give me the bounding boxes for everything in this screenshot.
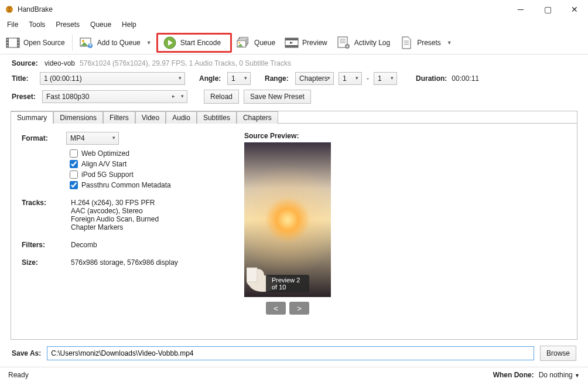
tab-chapters[interactable]: Chapters xyxy=(237,111,278,124)
passthru-metadata-checkbox[interactable]: Passthru Common Metadata xyxy=(70,181,209,189)
title-row: Title: 1 (00:00:11) Angle: 1 Range: Chap… xyxy=(0,70,588,87)
angle-label: Angle: xyxy=(199,74,223,83)
save-as-label: Save As: xyxy=(12,349,41,357)
title-bar: HandBrake ─ ▢ ✕ xyxy=(0,0,588,18)
chevron-down-icon: ▼ xyxy=(575,373,580,378)
window-controls: ─ ▢ ✕ xyxy=(507,0,588,18)
save-new-preset-button[interactable]: Save New Preset xyxy=(244,90,311,104)
save-as-path-input[interactable] xyxy=(47,346,534,360)
tracks-label: Tracks: xyxy=(22,199,71,231)
svg-point-27 xyxy=(346,45,348,47)
size-label: Size: xyxy=(22,258,71,267)
preset-label: Preset: xyxy=(12,93,37,101)
tabs-panel: Summary Dimensions Filters Video Audio S… xyxy=(11,111,577,340)
open-source-button[interactable]: Open Source xyxy=(1,33,70,53)
minimize-button[interactable]: ─ xyxy=(507,0,534,18)
reload-button[interactable]: Reload xyxy=(204,90,239,104)
window-title: HandBrake xyxy=(18,5,507,13)
queue-button[interactable]: Queue xyxy=(232,33,280,53)
film-preview-icon xyxy=(285,36,299,50)
summary-tab-body: Format: MP4 Web Optimized Align A/V Star… xyxy=(11,123,577,339)
tracks-info: Tracks: H.264 (x264), 30 FPS PFR AAC (av… xyxy=(22,199,209,231)
svg-rect-33 xyxy=(247,268,257,282)
maximize-button[interactable]: ▢ xyxy=(534,0,561,18)
svg-point-6 xyxy=(7,45,8,46)
format-select[interactable]: MP4 xyxy=(66,132,119,145)
menu-tools[interactable]: Tools xyxy=(24,19,50,30)
activity-log-label: Activity Log xyxy=(354,39,390,47)
svg-point-5 xyxy=(7,42,8,43)
range-label: Range: xyxy=(265,74,290,83)
document-icon xyxy=(399,36,413,50)
status-bar: Ready When Done: Do nothing ▼ xyxy=(0,367,588,382)
toolbar-separator xyxy=(72,35,73,51)
track-line: AAC (avcodec), Stereo xyxy=(71,207,159,215)
browse-button[interactable]: Browse xyxy=(540,346,576,361)
format-label: Format: xyxy=(22,134,66,142)
activity-log-button[interactable]: Activity Log xyxy=(332,33,395,53)
menu-queue[interactable]: Queue xyxy=(86,19,116,30)
range-to-select[interactable]: 1 xyxy=(374,72,397,85)
menu-presets[interactable]: Presets xyxy=(51,19,84,30)
tab-audio[interactable]: Audio xyxy=(166,111,197,124)
svg-point-9 xyxy=(18,45,19,46)
menu-bar: File Tools Presets Queue Help xyxy=(0,18,588,31)
preview-caption: Preview 2 of 10 xyxy=(266,275,309,292)
source-line: Source: video-vob 576x1024 (576x1024), 2… xyxy=(0,54,588,70)
align-av-checkbox[interactable]: Align A/V Start xyxy=(70,160,209,168)
preview-prev-button[interactable]: < xyxy=(266,302,286,315)
chevron-down-icon: ▼ xyxy=(447,40,452,46)
source-label: Source: xyxy=(12,59,40,67)
svg-point-0 xyxy=(6,6,13,13)
menu-file[interactable]: File xyxy=(2,19,23,30)
web-optimized-checkbox[interactable]: Web Optimized xyxy=(70,149,209,158)
add-to-queue-button[interactable]: + Add to Queue ▼ xyxy=(75,33,156,53)
ipod-5g-checkbox[interactable]: iPod 5G Support xyxy=(70,170,209,179)
angle-select[interactable]: 1 xyxy=(227,72,251,85)
svg-text:+: + xyxy=(88,41,92,49)
filters-info: Filters: Decomb xyxy=(22,241,209,249)
tab-subtitles[interactable]: Subtitles xyxy=(197,111,237,124)
tabs-bar: Summary Dimensions Filters Video Audio S… xyxy=(11,111,577,124)
close-button[interactable]: ✕ xyxy=(561,0,588,18)
presets-label: Presets xyxy=(417,39,441,47)
tab-summary[interactable]: Summary xyxy=(11,111,53,124)
svg-rect-20 xyxy=(285,38,298,40)
tab-dimensions[interactable]: Dimensions xyxy=(53,111,103,124)
svg-point-11 xyxy=(82,40,84,42)
preview-button[interactable]: Preview xyxy=(280,33,332,53)
source-details: 576x1024 (576x1024), 29.97 FPS, 1 Audio … xyxy=(80,59,291,67)
start-encode-button[interactable]: Start Encode xyxy=(156,33,232,53)
tab-filters[interactable]: Filters xyxy=(103,111,135,124)
range-from-select[interactable]: 1 xyxy=(339,72,362,85)
preset-select[interactable]: Fast 1080p30▸ xyxy=(42,90,187,103)
presets-button[interactable]: Presets ▼ xyxy=(395,33,457,53)
play-icon xyxy=(163,36,177,50)
add-to-queue-label: Add to Queue xyxy=(97,39,141,47)
size-info: Size: 576x986 storage, 576x986 display xyxy=(22,258,209,267)
preview-label: Preview xyxy=(302,39,327,47)
image-add-icon: + xyxy=(80,36,94,50)
preview-next-button[interactable]: > xyxy=(289,302,309,315)
filters-value: Decomb xyxy=(71,241,97,249)
tab-video[interactable]: Video xyxy=(135,111,166,124)
source-preview-title: Source Preview: xyxy=(244,132,331,140)
svg-rect-21 xyxy=(285,45,298,47)
menu-help[interactable]: Help xyxy=(117,19,141,30)
duration-label: Duration: xyxy=(416,74,447,83)
when-done-select[interactable]: Do nothing ▼ xyxy=(539,371,580,379)
status-text: Ready xyxy=(8,371,29,379)
svg-point-8 xyxy=(18,42,19,43)
range-mode-select[interactable]: Chapters xyxy=(295,72,334,85)
track-line: Chapter Markers xyxy=(71,223,159,231)
log-gear-icon xyxy=(337,36,351,50)
track-line: Foreign Audio Scan, Burned xyxy=(71,215,159,223)
range-dash: - xyxy=(367,74,369,83)
preview-nav: < > xyxy=(244,302,331,315)
film-open-icon xyxy=(6,36,20,50)
source-preview: Source Preview: Preview 2 of 10 < > xyxy=(244,132,331,331)
title-select[interactable]: 1 (00:00:11) xyxy=(40,72,185,85)
size-value: 576x986 storage, 576x986 display xyxy=(71,258,178,267)
svg-point-4 xyxy=(7,39,8,40)
queue-label: Queue xyxy=(254,39,275,47)
